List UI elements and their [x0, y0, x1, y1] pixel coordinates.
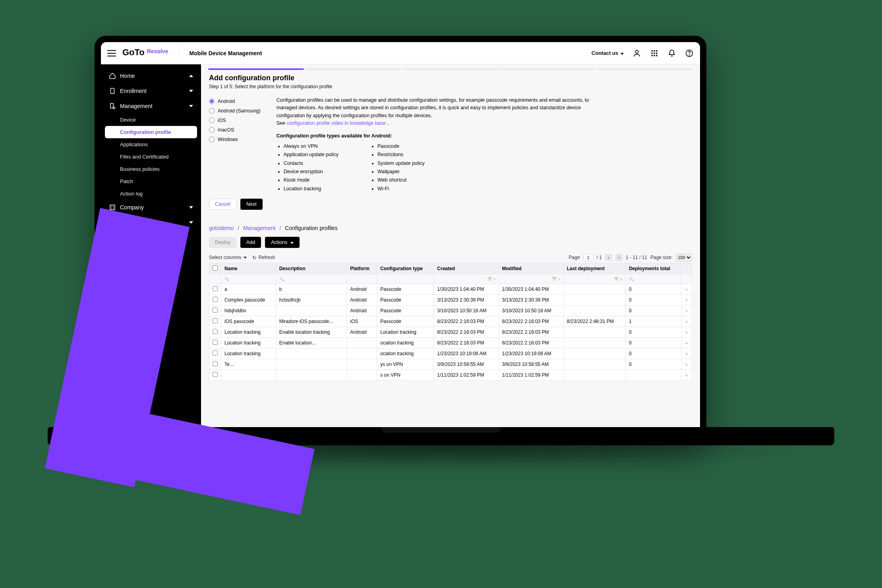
sidebar-item-label: Management — [120, 103, 153, 109]
refresh-button[interactable]: Refresh — [252, 255, 275, 261]
page-range: 1 - 11 / 11 — [626, 255, 647, 260]
platform-radio-macos[interactable]: macOS — [209, 125, 261, 135]
row-action-icon[interactable] — [681, 327, 692, 338]
menu-icon[interactable] — [107, 50, 116, 56]
calendar-icon[interactable] — [552, 276, 557, 282]
cancel-button[interactable]: Cancel — [209, 199, 236, 210]
chevron-down-icon — [189, 221, 193, 224]
wizard-description: Configuration profiles can be used to ma… — [277, 97, 602, 193]
sidebar-item-business-policies[interactable]: Business policies — [105, 163, 197, 175]
contact-us-label: Contact us — [592, 50, 618, 56]
chevron-down-icon — [189, 90, 193, 92]
table-row[interactable]: Complex passcodehcbsdhcjbAndroidPasscode… — [209, 295, 692, 306]
select-columns-dropdown[interactable]: Select columns — [209, 255, 247, 260]
sidebar: Home Enrollment Management Device Co — [101, 64, 201, 435]
search-icon[interactable] — [279, 276, 284, 282]
table-row[interactable]: Location trackingocation tracking1/23/20… — [209, 348, 692, 359]
platform-radio-android[interactable]: Android — [209, 97, 261, 106]
filter-icon[interactable] — [493, 276, 495, 282]
logo: GoTo Resolve — [122, 47, 168, 59]
sidebar-item-management[interactable]: Management — [105, 99, 197, 114]
sidebar-item-configuration-profile[interactable]: Configuration profile — [105, 126, 197, 138]
page-prev-button[interactable]: ‹ — [605, 254, 612, 261]
types-title: Configuration profile types available fo… — [277, 132, 602, 140]
row-checkbox[interactable] — [213, 308, 218, 313]
table-row[interactable]: hdsjhddbvAndroidPasscode3/10/2023 10:50:… — [209, 306, 692, 316]
sidebar-item-label: Home — [120, 73, 135, 79]
platform-radio-ios[interactable]: iOS — [209, 116, 261, 125]
page-size-select[interactable]: 100 — [676, 253, 692, 261]
row-checkbox[interactable] — [213, 361, 218, 366]
table-row[interactable]: abAndroidPasscode1/30/2023 1:04:40 PM1/3… — [209, 284, 692, 295]
sidebar-item-company[interactable]: Company — [105, 200, 197, 215]
sidebar-item-home[interactable]: Home — [105, 68, 197, 83]
apps-grid-icon[interactable] — [650, 49, 659, 58]
wizard-step: Step 1 of 5: Select the platform for the… — [209, 84, 692, 89]
types-lists: Always on VPN Application update policy … — [277, 142, 602, 193]
chevron-down-icon — [189, 105, 193, 107]
col-configuration-type[interactable]: Configuration type — [377, 263, 434, 274]
page-next-button[interactable]: › — [615, 254, 623, 261]
add-button[interactable]: Add — [240, 237, 261, 248]
calendar-icon[interactable] — [487, 276, 492, 282]
col-description[interactable]: Description — [276, 263, 347, 274]
row-action-icon[interactable] — [681, 359, 692, 370]
col-name[interactable]: Name — [221, 263, 276, 274]
platform-radio-windows[interactable]: Windows — [209, 135, 261, 144]
filter-icon[interactable] — [620, 276, 622, 282]
table-row[interactable]: Location trackingEnable location…ocation… — [209, 338, 692, 348]
col-last-deployment[interactable]: Last deployment — [563, 263, 625, 274]
sidebar-item-system[interactable]: System — [105, 215, 197, 230]
row-action-icon[interactable] — [681, 295, 692, 306]
bell-icon[interactable] — [667, 49, 676, 58]
sidebar-item-files-certificated[interactable]: Files and Certificated — [105, 151, 197, 163]
chevron-down-icon — [189, 206, 193, 209]
svg-rect-1 — [652, 50, 653, 51]
page-input[interactable] — [583, 254, 594, 261]
sidebar-item-applications[interactable]: Applications — [105, 138, 197, 151]
platform-radio-android-samsung[interactable]: Android (Samsung) — [209, 106, 261, 116]
select-all-checkbox[interactable] — [213, 265, 218, 271]
table-header-row: Name Description Platform Configuration … — [209, 263, 692, 274]
row-checkbox[interactable] — [213, 297, 218, 302]
row-checkbox[interactable] — [213, 318, 218, 323]
account-icon[interactable] — [632, 49, 641, 58]
row-action-icon[interactable] — [681, 370, 692, 381]
sidebar-item-action-log[interactable]: Action log — [105, 188, 197, 200]
sidebar-item-patch[interactable]: Patch — [105, 175, 197, 188]
crumb-management[interactable]: Management — [243, 225, 276, 231]
table-row[interactable]: iOS passcodeMiradore iOS passcode…iOSPas… — [209, 316, 692, 327]
row-checkbox[interactable] — [213, 286, 218, 291]
kb-video-link[interactable]: configuration profile video in knowledge… — [286, 120, 385, 126]
col-created[interactable]: Created — [434, 263, 499, 274]
row-action-icon[interactable] — [681, 316, 692, 327]
row-checkbox[interactable] — [213, 340, 218, 345]
table-row[interactable]: Location trackingEnable location trackin… — [209, 327, 692, 338]
calendar-icon[interactable] — [614, 276, 619, 282]
row-checkbox[interactable] — [213, 329, 218, 334]
contact-us-menu[interactable]: Contact us — [592, 50, 624, 56]
wizard-progress — [201, 64, 700, 70]
next-button[interactable]: Next — [240, 199, 263, 210]
col-platform[interactable]: Platform — [347, 263, 377, 274]
sidebar-item-device[interactable]: Device — [105, 114, 197, 126]
col-deployments-total[interactable]: Deployments total — [625, 263, 681, 274]
row-action-icon[interactable] — [681, 348, 692, 359]
table-row[interactable]: s on VPN1/11/2023 1:02:59 PM1/11/2023 1:… — [209, 370, 692, 381]
search-icon[interactable] — [629, 276, 634, 282]
sidebar-item-enrollment[interactable]: Enrollment — [105, 83, 197, 99]
table-row[interactable]: Te…ys on VPN3/9/2023 10:58:55 AM3/9/2023… — [209, 359, 692, 370]
help-icon[interactable] — [685, 49, 694, 58]
crumb-root[interactable]: gotodemo — [209, 225, 234, 231]
row-checkbox[interactable] — [213, 372, 218, 377]
actions-menu[interactable]: Actions — [265, 237, 300, 248]
row-action-icon[interactable] — [681, 284, 692, 295]
row-checkbox[interactable] — [213, 350, 218, 356]
search-icon[interactable] — [224, 276, 229, 282]
crumb-leaf: Configuration profiles — [285, 225, 337, 231]
filter-icon[interactable] — [558, 276, 560, 282]
row-action-icon[interactable] — [681, 306, 692, 316]
col-modified[interactable]: Modified — [499, 263, 563, 274]
chevron-up-icon — [189, 75, 193, 77]
row-action-icon[interactable] — [681, 338, 692, 348]
